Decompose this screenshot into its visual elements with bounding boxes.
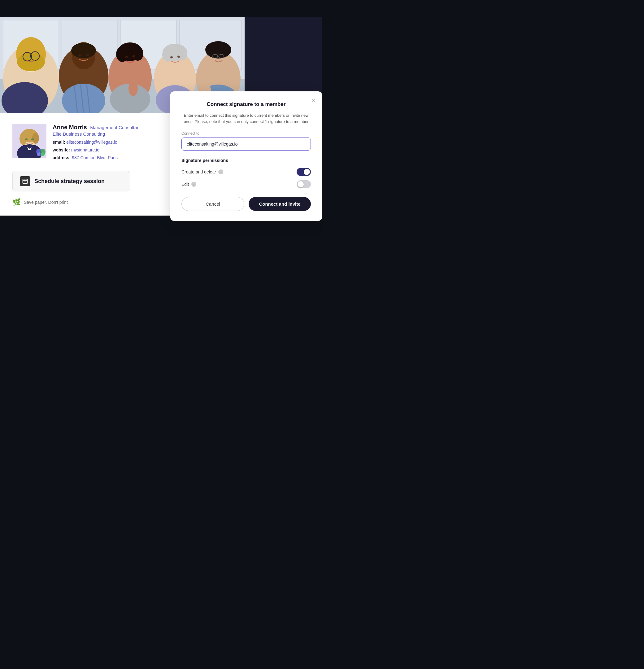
svg-point-44 [205, 41, 231, 59]
svg-rect-68 [41, 151, 41, 155]
svg-point-38 [177, 48, 187, 60]
bottom-bar [0, 216, 322, 253]
svg-point-73 [24, 181, 25, 182]
email-detail: email: eliteconsalting@villegas.io [53, 139, 170, 145]
modal-buttons: Cancel Connect and invite [182, 197, 311, 211]
create-delete-toggle-track[interactable] [297, 168, 311, 176]
person-company[interactable]: Elite Business Consulting [53, 131, 170, 137]
avatar-container [12, 124, 46, 158]
signature-logo [36, 147, 46, 157]
modal-description: Enter email to connect this signature to… [182, 112, 311, 125]
connect-to-input[interactable] [182, 138, 311, 151]
close-button[interactable]: ✕ [310, 96, 317, 104]
create-delete-permission-row: Create and delete i [182, 168, 311, 176]
svg-point-20 [78, 54, 82, 57]
svg-point-66 [37, 152, 41, 156]
create-delete-label: Create and delete [182, 169, 216, 174]
svg-point-74 [25, 181, 26, 182]
address-label: address: [53, 155, 71, 160]
address-value: 987 Comfort Blvd, Paris [72, 155, 118, 160]
person-name: Anne Morris [53, 124, 87, 130]
create-delete-info-icon[interactable]: i [218, 169, 223, 174]
svg-point-39 [170, 56, 173, 59]
modal-title: Connect signature to a member [182, 101, 311, 108]
edit-permission-row: Edit i [182, 180, 311, 188]
svg-point-30 [132, 46, 143, 61]
create-delete-toggle-thumb [304, 169, 310, 175]
schedule-button[interactable]: Schedule strategy session [12, 171, 130, 191]
edit-label: Edit [182, 182, 189, 187]
website-detail: website: mysignature.io [53, 147, 170, 153]
eco-text: Save paper. Don't print [24, 200, 68, 205]
connect-modal: ✕ Connect signature to a member Enter em… [170, 91, 322, 221]
top-bar [0, 0, 322, 17]
svg-point-60 [25, 139, 28, 140]
connect-invite-button[interactable]: Connect and invite [248, 197, 311, 211]
address-detail: address: 987 Comfort Blvd, Paris [53, 155, 170, 161]
eco-note: 🌿 Save paper. Don't print [12, 198, 170, 206]
main-content: Anne Morris Management Consultant Elite … [0, 17, 322, 216]
svg-point-37 [162, 48, 173, 62]
left-panel: Anne Morris Management Consultant Elite … [12, 124, 180, 206]
contact-card: Anne Morris Management Consultant Elite … [12, 124, 170, 162]
svg-rect-50 [132, 81, 133, 87]
svg-point-19 [71, 43, 96, 58]
person-title: Management Consultant [90, 125, 141, 130]
edit-info-icon[interactable]: i [191, 182, 196, 187]
svg-point-32 [132, 55, 135, 58]
edit-toggle-track[interactable] [297, 180, 311, 188]
svg-point-59 [32, 132, 39, 144]
svg-point-29 [116, 46, 128, 62]
schedule-label: Schedule strategy session [34, 178, 105, 185]
contact-name-line: Anne Morris Management Consultant [53, 124, 170, 131]
create-delete-label-group: Create and delete i [182, 169, 223, 174]
calendar-icon [20, 176, 30, 186]
svg-rect-51 [134, 81, 135, 87]
create-delete-toggle[interactable] [297, 168, 311, 176]
modal-header: Connect signature to a member [182, 101, 311, 108]
svg-rect-53 [204, 84, 207, 89]
svg-point-21 [86, 54, 89, 56]
email-label: email: [53, 140, 65, 145]
svg-point-14 [26, 56, 28, 58]
svg-rect-69 [23, 179, 28, 183]
leaf-icon: 🌿 [12, 198, 21, 206]
edit-label-group: Edit i [182, 182, 196, 187]
edit-toggle[interactable] [297, 180, 311, 188]
svg-point-61 [31, 139, 34, 140]
cancel-button[interactable]: Cancel [182, 197, 244, 211]
email-value[interactable]: eliteconsalting@villegas.io [66, 140, 117, 145]
contact-info: Anne Morris Management Consultant Elite … [53, 124, 170, 162]
svg-line-13 [31, 56, 32, 57]
svg-point-40 [177, 56, 180, 58]
website-label: website: [53, 147, 70, 152]
permissions-section: Signature permissions Create and delete … [182, 158, 311, 188]
website-value[interactable]: mysignature.io [71, 147, 99, 152]
edit-toggle-thumb [298, 181, 304, 187]
connect-to-field: Connect to [182, 131, 311, 158]
svg-point-15 [34, 56, 36, 58]
permissions-title: Signature permissions [182, 158, 311, 163]
svg-point-31 [125, 56, 128, 58]
svg-point-67 [41, 152, 45, 156]
signature-section: Anne Morris Management Consultant Elite … [0, 113, 322, 216]
connect-to-label: Connect to [182, 131, 311, 136]
